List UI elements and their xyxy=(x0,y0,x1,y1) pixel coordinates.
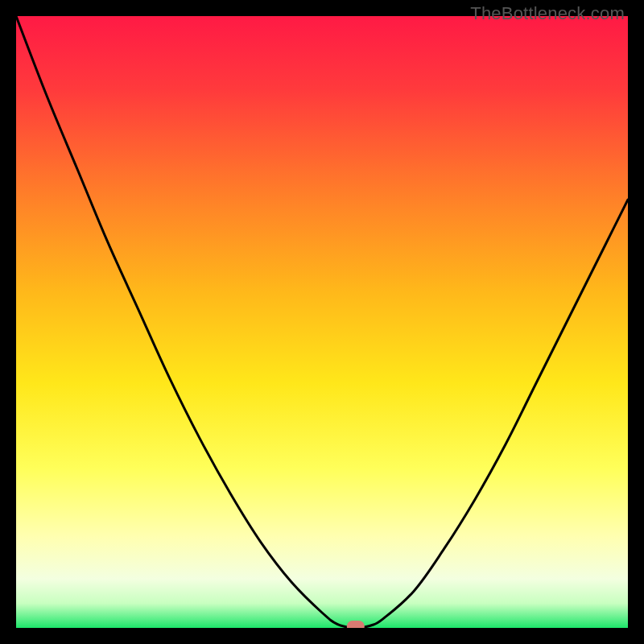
minimum-marker xyxy=(347,621,365,628)
gradient-background xyxy=(16,16,628,628)
chart-frame: TheBottleneck.com xyxy=(0,0,644,644)
bottleneck-chart-svg xyxy=(16,16,628,628)
plot-area xyxy=(16,16,628,628)
